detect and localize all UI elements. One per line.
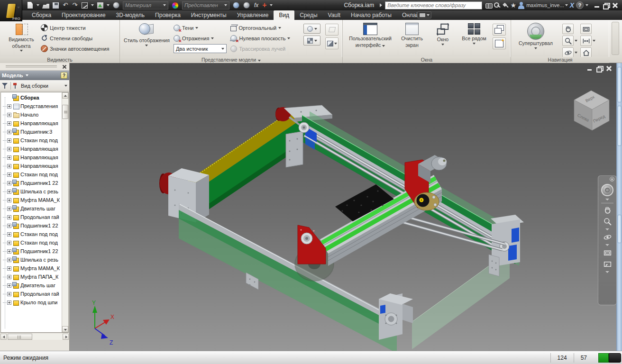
degrees-of-freedom-button[interactable]: Степени свободы <box>41 34 109 43</box>
orbit-button[interactable] <box>562 47 574 58</box>
orbit-chevron-icon[interactable] <box>575 52 577 54</box>
tree-item[interactable]: Начало <box>2 110 62 119</box>
scroll-thumb[interactable] <box>62 105 68 119</box>
undo-button[interactable]: ↶ <box>62 1 69 9</box>
texture-display-dropdown[interactable] <box>303 36 320 46</box>
environment-sphere-dropdown[interactable] <box>303 24 320 34</box>
section-view-button[interactable] <box>325 37 338 49</box>
navbar-orbit-chevron-icon[interactable] <box>605 244 609 246</box>
model-3d-view[interactable]: Y X Z Верх Слева Перед <box>70 63 622 351</box>
switch-window-button[interactable]: Окно <box>429 22 457 57</box>
look-at-button[interactable] <box>580 24 592 34</box>
scroll-up-arrow-icon[interactable] <box>62 92 68 99</box>
key-icon[interactable] <box>493 1 501 9</box>
expand-toggle[interactable] <box>7 224 11 228</box>
pan-button[interactable] <box>562 24 574 34</box>
hscroll-thumb[interactable] <box>8 334 32 340</box>
gantry-left-bracket[interactable] <box>298 225 326 264</box>
expand-toggle[interactable] <box>7 121 11 126</box>
navbar-orbit-icon[interactable] <box>603 233 612 242</box>
new-window-button[interactable] <box>493 37 506 49</box>
update-chevron-icon[interactable] <box>107 4 110 6</box>
cascade-windows-button[interactable] <box>493 24 506 36</box>
panel-title-model-appearance[interactable]: Представление модели <box>120 57 342 63</box>
panel-title-visibility[interactable]: Видимость <box>0 57 119 63</box>
navbar-zoom-window-icon[interactable] <box>603 260 612 269</box>
navbar-chevron-icon[interactable] <box>605 199 609 200</box>
navigation-bar-close-icon[interactable] <box>610 177 614 182</box>
screencast-menu-button[interactable] <box>417 11 431 18</box>
tree-item[interactable]: Представления <box>2 102 62 110</box>
ribbon-tab[interactable]: Vault <box>323 10 346 20</box>
reflections-button[interactable]: Отражения <box>174 34 228 43</box>
tree-vertical-scrollbar[interactable] <box>62 92 68 332</box>
expand-toggle[interactable] <box>7 190 11 194</box>
browser-drag-handle[interactable] <box>0 63 69 71</box>
home-view-button[interactable] <box>580 47 592 58</box>
navbar-lookat-icon[interactable] <box>603 248 612 257</box>
expand-toggle[interactable] <box>7 300 11 305</box>
tree-item[interactable]: Подшипник:3 <box>2 127 62 136</box>
panel-title-windows[interactable]: Окна <box>343 57 511 63</box>
exchange-apps-button[interactable]: X <box>568 1 576 9</box>
favorites-star-icon[interactable]: ★ <box>509 1 517 9</box>
communication-icon[interactable] <box>501 1 509 9</box>
assembly-view-chevron-icon[interactable] <box>64 85 67 87</box>
expand-toggle[interactable] <box>7 113 11 117</box>
expand-toggle[interactable] <box>7 258 11 262</box>
browser-header[interactable]: Модель ? <box>0 71 69 80</box>
panel-title-navigation[interactable]: Навигация <box>511 57 609 63</box>
appearance-sphere-icon[interactable] <box>113 2 119 9</box>
tree-item[interactable]: Стакан под под <box>2 136 62 145</box>
expand-toggle[interactable] <box>7 207 11 211</box>
tree-item[interactable]: Подшипник1 22 <box>2 247 62 255</box>
expand-toggle[interactable] <box>7 173 11 177</box>
navbar-zoom-icon[interactable] <box>603 217 612 226</box>
tree-item[interactable]: Направляющая <box>2 119 62 127</box>
corner-south[interactable] <box>379 293 413 340</box>
center-of-gravity-button[interactable]: Центр тяжести <box>41 23 109 32</box>
tree-item[interactable]: Направляющая <box>2 145 62 153</box>
tree-item[interactable]: Стакан под под <box>2 230 62 238</box>
tree-item[interactable]: Стакан под под <box>2 170 62 179</box>
tree-item[interactable]: Крыло под шпи <box>2 298 62 307</box>
sketch-chevron-icon[interactable] <box>91 4 94 6</box>
zoom-extents-button[interactable] <box>580 36 592 46</box>
tree-item[interactable]: Муфта МАМА_К <box>2 264 62 273</box>
redo-button[interactable]: ↷ <box>72 1 78 9</box>
document-restore-button[interactable] <box>596 65 603 72</box>
expand-toggle[interactable] <box>7 215 11 219</box>
tree-item[interactable]: Подшипник1 22 <box>2 221 62 230</box>
expand-toggle[interactable] <box>7 130 11 134</box>
add-quick-tool-button[interactable]: + <box>262 2 266 9</box>
tree-item[interactable]: Муфта ПАПА_К <box>2 273 62 281</box>
scroll-right-arrow-icon[interactable] <box>63 334 69 340</box>
user-interface-button[interactable]: Пользовательский интерфейс <box>346 22 395 57</box>
scroll-down-arrow-icon[interactable] <box>62 326 68 332</box>
close-button[interactable] <box>611 2 619 9</box>
account-person-icon[interactable] <box>517 1 525 9</box>
visual-style-button[interactable]: Стиль отображения <box>123 22 171 57</box>
document-minimize-button[interactable] <box>586 65 594 72</box>
highlight-new-button[interactable] <box>233 2 239 9</box>
browser-title-chevron-icon[interactable] <box>26 74 28 76</box>
search-icon[interactable] <box>485 1 493 9</box>
viewcube[interactable]: Верх Слева Перед <box>574 91 609 130</box>
expand-toggle[interactable] <box>7 164 11 168</box>
open-file-button[interactable] <box>42 4 49 9</box>
browser-help-button[interactable]: ? <box>61 72 67 79</box>
expand-toggle[interactable] <box>7 266 11 271</box>
expand-toggle[interactable] <box>7 198 11 202</box>
expand-toggle[interactable] <box>7 275 11 279</box>
document-close-button[interactable] <box>605 65 613 72</box>
tile-all-button[interactable]: Все рядом <box>458 22 490 57</box>
expand-toggle[interactable] <box>7 232 11 237</box>
expand-toggle[interactable] <box>7 181 11 185</box>
object-visibility-button[interactable]: Видимость объекта <box>3 22 40 57</box>
navbar-zoom-chevron-icon[interactable] <box>605 228 609 230</box>
tree-item[interactable]: Направляющая <box>2 153 62 162</box>
parameters-fx-button[interactable]: fx <box>253 2 259 9</box>
ribbon-tab[interactable]: 3D-модель <box>111 10 150 20</box>
signed-in-user[interactable]: maximus_inve... <box>526 2 564 8</box>
tree-item[interactable]: Муфта МАМА_К <box>2 196 62 204</box>
